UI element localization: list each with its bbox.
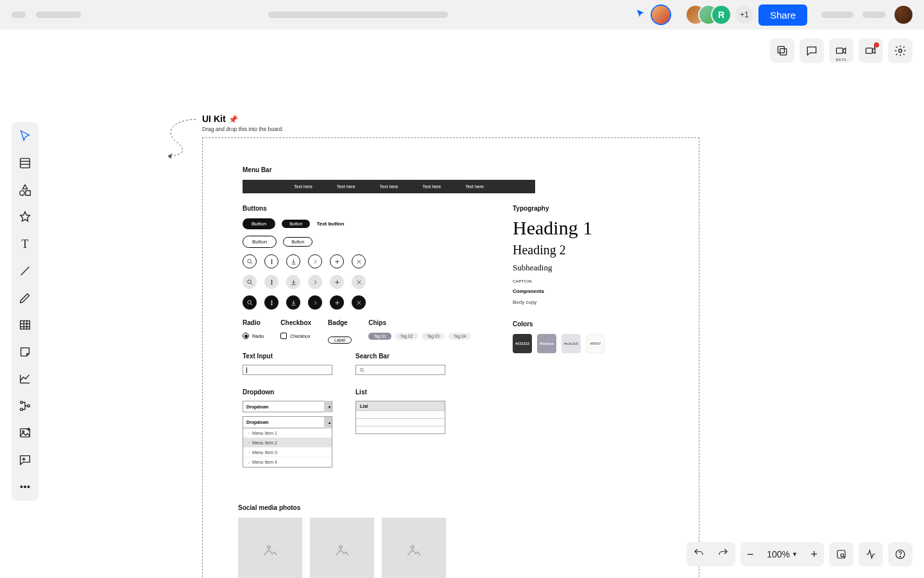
topbar-center (81, 12, 635, 18)
more-vertical-icon[interactable] (264, 254, 278, 268)
kit-title: UI Kit (202, 114, 226, 124)
zoom-level[interactable]: 100%▼ (767, 549, 798, 559)
sample-radio[interactable]: Radio (243, 333, 264, 339)
sample-menu-bar[interactable]: Text here Text here Text here Text here … (243, 180, 535, 193)
menu-item[interactable]: Text here (294, 184, 312, 189)
menu-item[interactable]: Text here (380, 184, 398, 189)
chip[interactable]: Tag 01 (368, 333, 391, 340)
canvas[interactable]: UI Kit📌 Drag and drop this into the boar… (0, 30, 924, 578)
text-cursor-icon (246, 367, 247, 373)
download-icon[interactable] (286, 295, 300, 310)
sample-text-button[interactable]: Text button (316, 221, 344, 227)
section-menu-bar: Menu Bar Text here Text here Text here T… (243, 166, 535, 193)
sample-dropdown-closed[interactable]: Dropdown ▾ (243, 401, 332, 412)
sample-button-solid-sm[interactable]: Button (282, 220, 310, 228)
plus-icon[interactable] (330, 295, 344, 310)
close-icon[interactable] (352, 275, 366, 289)
plus-icon[interactable] (330, 275, 344, 289)
more-users-pill[interactable]: +1 (735, 6, 753, 24)
history-box (687, 542, 735, 566)
image-placeholder[interactable] (310, 518, 374, 578)
sample-badge[interactable]: Label (328, 337, 352, 344)
help-button[interactable] (888, 542, 912, 566)
list-item[interactable] (356, 410, 445, 418)
zoom-out-button[interactable]: − (747, 548, 754, 561)
more-vertical-icon[interactable] (264, 295, 278, 310)
search-icon[interactable] (243, 254, 257, 268)
tb-tail-1[interactable] (821, 12, 853, 18)
sample-list[interactable]: List (355, 401, 445, 434)
sample-button-outline-lg[interactable]: Button (243, 236, 277, 248)
dropdown-item[interactable]: ›Menu Item 2 (243, 438, 332, 448)
kit-subtitle: Drag and drop this into the board. (202, 126, 284, 132)
presence-stack[interactable]: R (687, 6, 730, 24)
menu-placeholder[interactable] (12, 12, 26, 18)
menu-item[interactable]: Text here (465, 184, 484, 189)
sample-dropdown-open[interactable]: Dropdown ▴ ›Menu Item 1 ›Menu Item 2 ›Me… (243, 416, 332, 468)
label-buttons: Buttons (243, 205, 366, 212)
download-icon[interactable] (286, 275, 300, 289)
presence-avatar-4[interactable]: R (712, 6, 730, 24)
menu-item[interactable]: Text here (422, 184, 441, 189)
sample-checkbox[interactable]: Checkbox (280, 333, 311, 339)
section-colors: Colors #333333 #9e9eae #e3e2e8 #f9f9f7 (513, 320, 605, 353)
kit-title-block: UI Kit📌 Drag and drop this into the boar… (202, 113, 284, 132)
dropdown-item[interactable]: ›Menu Item 3 (243, 448, 332, 457)
arrow-squiggle-icon (160, 116, 205, 161)
sample-button-solid-lg[interactable]: Button (243, 218, 275, 229)
zoom-in-button[interactable]: + (810, 548, 817, 561)
sample-components-label: Components (513, 288, 592, 294)
icon-button-row-grey (243, 275, 366, 289)
list-item[interactable] (356, 418, 445, 426)
dropdown-item[interactable]: ›Menu Item 1 (243, 428, 332, 438)
sample-search-input[interactable] (355, 365, 445, 375)
color-swatch[interactable]: #9e9eae (537, 334, 556, 353)
dropdown-value: Dropdown (243, 405, 269, 409)
minimap-button[interactable] (829, 542, 853, 566)
color-swatch[interactable]: #333333 (513, 334, 532, 353)
list-item[interactable] (356, 426, 445, 434)
zoom-value: 100% (767, 549, 790, 559)
color-swatch[interactable]: #f9f9f7 (586, 334, 605, 353)
topbar-left (12, 12, 81, 18)
share-button[interactable]: Share (758, 4, 807, 26)
chevron-right-icon[interactable] (308, 275, 322, 289)
menu-item[interactable]: Text here (337, 184, 355, 189)
chip[interactable]: Tag 04 (449, 333, 472, 340)
search-icon[interactable] (243, 275, 257, 289)
chevron-right-icon[interactable] (308, 295, 322, 310)
image-placeholder[interactable] (238, 518, 302, 578)
activity-button[interactable] (859, 542, 883, 566)
kit-frame[interactable]: Menu Bar Text here Text here Text here T… (202, 137, 699, 578)
sample-text-input[interactable] (243, 365, 332, 375)
image-placeholder[interactable] (382, 518, 446, 578)
download-icon[interactable] (286, 254, 300, 268)
board-title-placeholder[interactable] (268, 12, 448, 18)
plus-icon[interactable] (330, 254, 344, 268)
presence-avatar-1[interactable] (652, 6, 670, 24)
svg-point-51 (271, 302, 271, 302)
self-avatar[interactable] (894, 6, 912, 24)
sample-button-outline-sm[interactable]: Button (283, 237, 312, 247)
search-icon[interactable] (243, 295, 257, 310)
section-typography: Typography Heading 1 Heading 2 Subheadin… (513, 205, 592, 305)
list-header: List (356, 401, 445, 410)
label-list: List (355, 389, 445, 396)
undo-button[interactable] (693, 547, 705, 561)
more-vertical-icon[interactable] (264, 275, 278, 289)
icon-button-row-outline (243, 254, 366, 268)
color-swatch[interactable]: #e3e2e8 (561, 334, 581, 353)
image-icon (406, 541, 422, 558)
close-icon[interactable] (352, 295, 366, 310)
bottom-controls: − 100%▼ + (687, 542, 912, 566)
close-icon[interactable] (352, 254, 366, 268)
tb-tail-2[interactable] (862, 12, 886, 18)
chevron-right-icon[interactable] (308, 254, 322, 268)
chip[interactable]: Tag 03 (422, 333, 445, 340)
redo-button[interactable] (717, 547, 729, 561)
dropdown-item[interactable]: ›Menu Item 4 (243, 457, 332, 467)
label-text-input: Text Input (243, 353, 332, 360)
sample-caption: CAPTION (513, 279, 592, 283)
section-search: Search Bar (355, 353, 445, 375)
chip[interactable]: Tag 02 (395, 333, 418, 340)
